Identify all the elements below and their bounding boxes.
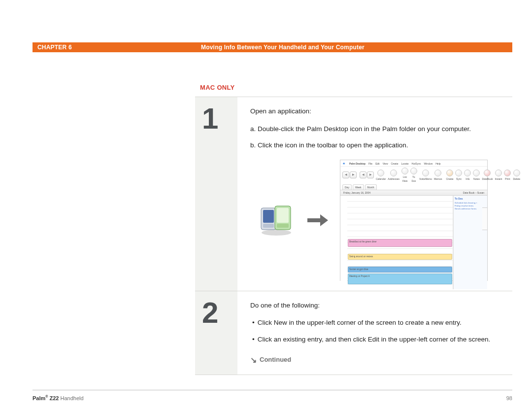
mac-menubar: ★ Palm Desktop File Edit View Create Loc… (340, 160, 487, 167)
document-page: CHAPTER 6 Moving Info Between Your Handh… (0, 0, 532, 411)
toolbar-icon (455, 170, 462, 176)
window-title: Date Book – Susan (463, 191, 484, 195)
time-gutter (340, 196, 347, 289)
tab-week: Week (353, 184, 364, 190)
toolbar-button: Sync (455, 170, 462, 181)
svg-rect-6 (277, 224, 289, 228)
svg-point-0 (262, 230, 291, 236)
side-tab-stub (482, 207, 488, 230)
calendar-event: Soccer at gym blue (348, 267, 452, 273)
calendar-event: Swing around on recess (348, 254, 452, 260)
side-header: To Dos (455, 197, 486, 201)
toolbar-button: Info (464, 170, 471, 181)
calendar-main: Breakfast at the green dinerSwing around… (340, 196, 487, 289)
toolbar: ◀ ▶ ◀ ▶ Calendar Addresses List View To … (340, 167, 487, 184)
toolbar-icon (473, 170, 480, 176)
step-number: 2 (195, 291, 244, 375)
tab-month: Month (365, 184, 377, 190)
product-suffix: Handheld (61, 395, 84, 401)
platform-label: MAC ONLY (200, 84, 235, 91)
toolbar-icon (504, 170, 511, 176)
product-model: Z22 (50, 395, 59, 401)
date-title-strip: Friday, January 16, 2004 Date Book – Sus… (340, 190, 487, 196)
toolbar-button: List View (401, 168, 408, 183)
tab-day: Day (342, 184, 352, 190)
substep-a: a. Double-click the Palm Desktop icon in… (250, 124, 504, 135)
bullet-list: Click New in the upper-left corner of th… (250, 317, 504, 344)
menu-item: Create (391, 162, 399, 166)
palm-desktop-window: ★ Palm Desktop File Edit View Create Loc… (340, 160, 488, 281)
menu-item: Locate (401, 162, 409, 166)
toolbar-icon (390, 170, 397, 176)
page-footer: Palm® Z22 Handheld 98 (33, 395, 512, 401)
product-name: Palm® Z22 Handheld (33, 395, 84, 401)
toolbar-icon (446, 170, 453, 176)
palm-desktop-icon (257, 204, 296, 237)
toolbar-button: Instant (495, 170, 502, 181)
fwd-button: ▶ (350, 171, 357, 178)
menu-item: HotSync (412, 162, 421, 166)
chapter-title: Moving Info Between Your Handheld and Yo… (201, 44, 512, 51)
toolbar-icon (495, 170, 502, 176)
date-title: Friday, January 16, 2004 (343, 191, 370, 195)
calendar-event: Breakfast at the green diner (348, 239, 452, 247)
chapter-header-bar: CHAPTER 6 Moving Info Between Your Handh… (33, 42, 512, 52)
continued-arrow-icon: ↘ (250, 356, 257, 364)
page-number: 98 (506, 395, 512, 401)
step-2: 2 Do one of the following: Click New in … (195, 291, 512, 376)
continued-label: Continued (260, 355, 291, 365)
toolbar-button: Memos (434, 170, 442, 181)
substep-b: b. Click the icon in the toolbar to open… (250, 140, 504, 151)
bullet-item: Click New in the upper-left corner of th… (250, 317, 504, 328)
arrow-right-icon (306, 212, 329, 228)
toolbar-button: Notes (473, 170, 480, 181)
side-line: Send conference forms (455, 207, 486, 210)
view-tabs: Day Week Month (340, 184, 487, 190)
toolbar-nav2: ◀ ▶ (360, 171, 374, 178)
toolbar-button: DataBook (482, 170, 493, 181)
step-lead: Open an application: (250, 106, 504, 117)
svg-rect-3 (263, 224, 274, 228)
chapter-number: CHAPTER 6 (33, 44, 201, 51)
toolbar-button: VoiceMemo (419, 170, 432, 181)
continued-indicator: ↘ Continued (250, 355, 504, 365)
toolbar-icon (377, 170, 384, 176)
menu-item: Help (435, 162, 440, 166)
toolbar-icon (484, 170, 491, 176)
toolbar-icon (464, 170, 471, 176)
calendar-grid: Breakfast at the green dinerSwing around… (340, 196, 453, 289)
toolbar-icon (422, 170, 429, 176)
illustration-row: ★ Palm Desktop File Edit View Create Loc… (250, 160, 504, 281)
toolbar-icon (401, 168, 408, 174)
nav-button: ▶ (367, 171, 374, 178)
apple-menu-icon: ★ (342, 161, 345, 166)
toolbar-button: Print (504, 170, 511, 181)
step-lead: Do one of the following: (250, 300, 504, 311)
menu-item: Window (424, 162, 432, 166)
menu-item: View (383, 162, 388, 166)
step-body: Do one of the following: Click New in th… (244, 291, 512, 375)
toolbar-button: Delete (513, 170, 520, 181)
step-body: Open an application: a. Double-click the… (244, 97, 512, 291)
hour-rows: Breakfast at the green dinerSwing around… (347, 196, 453, 289)
nav-button: ◀ (360, 171, 366, 178)
step-1: 1 Open an application: a. Double-click t… (195, 97, 512, 291)
toolbar-nav: ◀ ▶ (342, 171, 357, 178)
toolbar-icon (410, 168, 417, 174)
toolbar-button: To Dos (410, 168, 417, 183)
footer-rule (33, 390, 512, 390)
toolbar-icon (513, 170, 520, 176)
bullet-item: Click an existing entry, and then click … (250, 334, 504, 345)
svg-rect-5 (277, 208, 289, 223)
calendar-event: Meeting on Project A (348, 274, 452, 284)
menu-item: File (368, 162, 372, 166)
app-name: Palm Desktop (349, 162, 366, 166)
step-number: 1 (195, 97, 244, 291)
menu-item: Edit (375, 162, 380, 166)
svg-rect-2 (263, 210, 274, 223)
toolbar-button: Addresses (388, 170, 399, 181)
toolbar-icon (434, 170, 441, 176)
toolbar-button: Calendar (376, 170, 386, 181)
toolbar-button: Create (446, 170, 453, 181)
steps-list: 1 Open an application: a. Double-click t… (195, 97, 512, 375)
